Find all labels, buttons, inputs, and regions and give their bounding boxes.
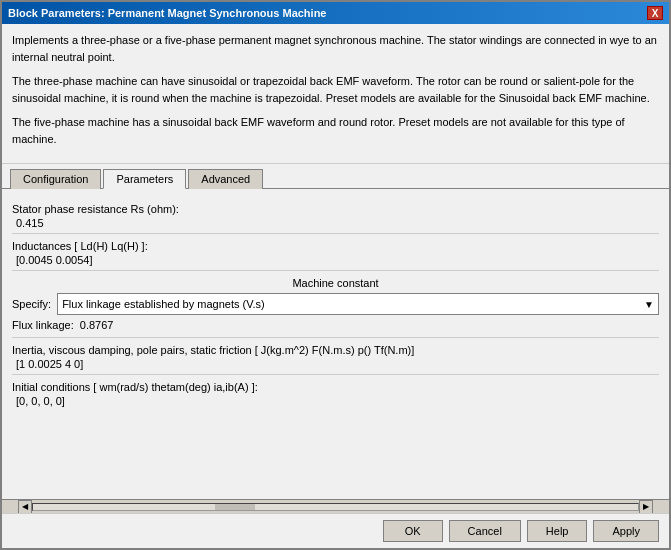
separator1 xyxy=(12,233,659,234)
initial-value: [0, 0, 0, 0] xyxy=(12,395,659,407)
cancel-button[interactable]: Cancel xyxy=(449,520,521,542)
tab-configuration[interactable]: Configuration xyxy=(10,169,101,189)
help-button[interactable]: Help xyxy=(527,520,588,542)
initial-label: Initial conditions [ wm(rad/s) thetam(de… xyxy=(12,381,659,393)
ok-button[interactable]: OK xyxy=(383,520,443,542)
titlebar: Block Parameters: Permanent Magnet Synch… xyxy=(2,2,669,24)
specify-dropdown-value: Flux linkage established by magnets (V.s… xyxy=(62,298,265,310)
flux-linkage-value: 0.8767 xyxy=(80,319,114,331)
dropdown-arrow-icon: ▼ xyxy=(644,299,654,310)
scroll-left-button[interactable]: ◀ xyxy=(18,500,32,514)
stator-value: 0.415 xyxy=(12,217,659,229)
horizontal-scrollbar[interactable]: ◀ ▶ xyxy=(2,499,669,513)
button-bar: OK Cancel Help Apply xyxy=(2,513,669,548)
desc-para1: Implements a three-phase or a five-phase… xyxy=(12,32,659,65)
inductances-value: [0.0045 0.0054] xyxy=(12,254,659,266)
scroll-right-button[interactable]: ▶ xyxy=(639,500,653,514)
desc-para2: The three-phase machine can have sinusoi… xyxy=(12,73,659,106)
specify-row: Specify: Flux linkage established by mag… xyxy=(12,293,659,315)
flux-linkage-label: Flux linkage: xyxy=(12,319,74,331)
inertia-value: [1 0.0025 4 0] xyxy=(12,358,659,370)
inductances-label: Inductances [ Ld(H) Lq(H) ]: xyxy=(12,240,659,252)
desc-para3: The five-phase machine has a sinusoidal … xyxy=(12,114,659,147)
separator4 xyxy=(12,374,659,375)
separator3 xyxy=(12,337,659,338)
flux-row: Flux linkage: 0.8767 xyxy=(12,319,659,331)
description-area: Implements a three-phase or a five-phase… xyxy=(2,24,669,164)
apply-button[interactable]: Apply xyxy=(593,520,659,542)
scrollbar-thumb[interactable] xyxy=(215,504,255,510)
scrollbar-track[interactable] xyxy=(32,503,639,511)
window-title: Block Parameters: Permanent Magnet Synch… xyxy=(8,7,326,19)
tab-parameters[interactable]: Parameters xyxy=(103,169,186,189)
tab-advanced[interactable]: Advanced xyxy=(188,169,263,189)
main-window: Block Parameters: Permanent Magnet Synch… xyxy=(0,0,671,550)
machine-constant-header: Machine constant xyxy=(12,277,659,289)
close-button[interactable]: X xyxy=(647,6,663,20)
tabs-container: Configuration Parameters Advanced Stator… xyxy=(2,164,669,513)
tab-content-parameters: Stator phase resistance Rs (ohm): 0.415 … xyxy=(2,189,669,499)
stator-label: Stator phase resistance Rs (ohm): xyxy=(12,203,659,215)
tab-bar: Configuration Parameters Advanced xyxy=(2,164,669,189)
inertia-label: Inertia, viscous damping, pole pairs, st… xyxy=(12,344,659,356)
specify-label: Specify: xyxy=(12,298,51,310)
separator2 xyxy=(12,270,659,271)
specify-dropdown[interactable]: Flux linkage established by magnets (V.s… xyxy=(57,293,659,315)
content-area: Implements a three-phase or a five-phase… xyxy=(2,24,669,513)
